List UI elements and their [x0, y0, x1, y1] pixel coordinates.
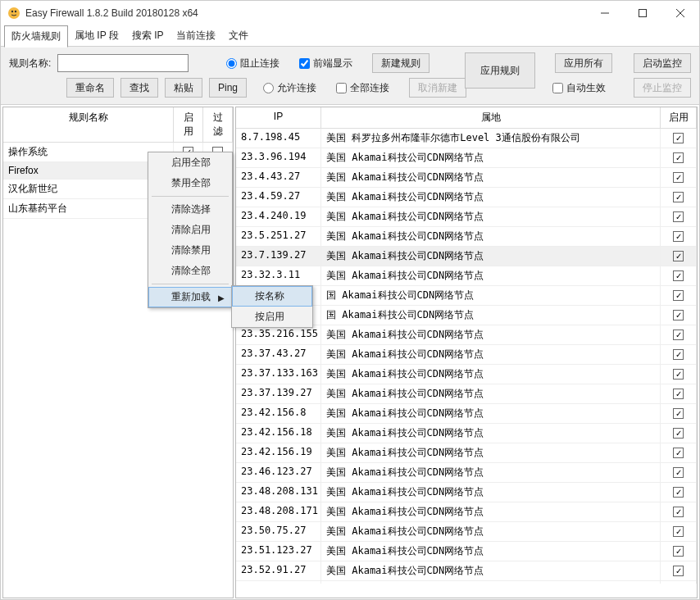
ip-cell: 23.48.208.171 — [236, 502, 321, 521]
context-menu-item[interactable]: 清除禁用 — [148, 240, 232, 261]
enable-checkbox: ✓ — [673, 487, 684, 498]
menu-item[interactable]: 属地 IP 段 — [68, 25, 125, 46]
context-menu-item[interactable]: 启用全部 — [148, 152, 232, 173]
col-rule-name[interactable]: 规则名称 — [3, 107, 174, 142]
menu-item[interactable]: 防火墙规则 — [4, 25, 68, 48]
foreground-check[interactable]: 前端显示 — [299, 57, 352, 70]
location-cell: 美国 Akamai科技公司CDN网络节点 — [321, 404, 661, 423]
location-cell: 美国 科罗拉多州布隆菲尔德市Level 3通信股份有限公司 — [321, 129, 661, 148]
menu-item[interactable]: 搜索 IP — [125, 25, 170, 46]
new-rule-button[interactable]: 新建规则 — [372, 53, 430, 73]
enable-checkbox: ✓ — [673, 133, 684, 143]
find-button[interactable]: 查找 — [120, 78, 158, 98]
context-submenu-item[interactable]: 按名称 — [232, 286, 312, 307]
ip-row[interactable]: 23.50.75.27 美国 Akamai科技公司CDN网络节点 ✓ — [236, 522, 697, 542]
location-cell: 美国 Akamai科技公司CDN网络节点 — [321, 561, 661, 580]
location-cell: 美国 Akamai科技公司CDN网络节点 — [321, 365, 661, 384]
ip-row[interactable]: 23.42.156.8 美国 Akamai科技公司CDN网络节点 ✓ — [236, 404, 697, 424]
ip-row[interactable]: 23.42.156.18 美国 Akamai科技公司CDN网络节点 ✓ — [236, 424, 697, 443]
svg-point-1 — [11, 11, 13, 12]
window-title: Easy Firewall 1.8.2 Build 20180128 x64 — [25, 7, 586, 19]
ip-row[interactable]: 23.32.3.11 美国 Akamai科技公司CDN网络节点 ✓ — [236, 266, 697, 286]
ip-row[interactable]: 23.48.208.171 美国 Akamai科技公司CDN网络节点 ✓ — [236, 502, 697, 522]
menu-item[interactable]: 当前连接 — [170, 25, 222, 46]
enable-checkbox: ✓ — [673, 192, 684, 202]
ip-cell: 23.42.156.8 — [236, 404, 321, 423]
ip-row[interactable]: 23.5.251.27 美国 Akamai科技公司CDN网络节点 ✓ — [236, 227, 697, 247]
col-ip[interactable]: IP — [236, 107, 321, 128]
location-cell: 美国 Akamai科技公司CDN网络节点 — [321, 522, 661, 541]
close-button[interactable] — [661, 1, 699, 25]
ip-cell: 23.3.96.194 — [236, 148, 321, 167]
context-menu-item[interactable]: 重新加载▶按名称按启用 — [148, 287, 232, 307]
autoeffect-check[interactable]: 自动生效 — [552, 81, 606, 95]
enable-checkbox: ✓ — [673, 172, 684, 183]
context-submenu[interactable]: 按名称按启用 — [231, 285, 313, 328]
ip-row[interactable]: 23.35.216.155 美国 Akamai科技公司CDN网络节点 ✓ — [236, 325, 697, 345]
ip-row[interactable]: 23.42.156.19 美国 Akamai科技公司CDN网络节点 ✓ — [236, 443, 697, 463]
context-menu-item[interactable]: 清除启用 — [148, 220, 232, 240]
paste-button[interactable]: 粘贴 — [165, 78, 202, 98]
enable-checkbox: ✓ — [673, 526, 684, 537]
allconn-check[interactable]: 全部连接 — [336, 81, 389, 95]
toolbar: 规则名称: 阻止连接 前端显示 新建规则 应用规则 应用所有 启动监控 重命名 … — [1, 47, 699, 105]
block-radio[interactable]: 阻止连接 — [226, 57, 280, 70]
start-monitor-button[interactable]: 启动监控 — [634, 53, 691, 73]
ip-cell: 23.37.139.27 — [236, 384, 321, 403]
enable-checkbox: ✓ — [673, 566, 684, 576]
ip-row[interactable]: 23.3.96.194 美国 Akamai科技公司CDN网络节点 ✓ — [236, 148, 697, 168]
ping-button[interactable]: Ping — [209, 78, 247, 98]
col-location[interactable]: 属地 — [321, 107, 661, 128]
ip-row[interactable]: 23.4.240.19 美国 Akamai科技公司CDN网络节点 ✓ — [236, 207, 697, 227]
menubar: 防火墙规则属地 IP 段搜索 IP当前连接文件 — [1, 25, 699, 47]
location-cell: 国 Akamai科技公司CDN网络节点 — [321, 286, 661, 305]
apply-rule-button[interactable]: 应用规则 — [465, 52, 535, 89]
ip-cell: 23.42.156.19 — [236, 443, 321, 462]
ip-cell: 23.46.123.27 — [236, 463, 321, 482]
enable-checkbox: ✓ — [673, 330, 684, 340]
ip-row[interactable]: 23.37.133.163 美国 Akamai科技公司CDN网络节点 ✓ — [236, 365, 697, 384]
ip-row[interactable]: 23.46.123.27 美国 Akamai科技公司CDN网络节点 ✓ — [236, 463, 697, 483]
location-cell: 美国 Akamai科技公司CDN网络节点 — [321, 188, 661, 207]
ip-row[interactable]: 23.51.123.27 美国 Akamai科技公司CDN网络节点 ✓ — [236, 542, 697, 561]
svg-rect-4 — [639, 10, 647, 17]
location-cell: 美国 Akamai科技公司CDN网络节点 — [321, 227, 661, 246]
ip-row[interactable]: 23.4.43.27 美国 Akamai科技公司CDN网络节点 ✓ — [236, 168, 697, 188]
maximize-button[interactable] — [624, 1, 661, 25]
col-enable-ip[interactable]: 启用 — [661, 107, 697, 128]
ip-row[interactable]: 23.37.43.27 美国 Akamai科技公司CDN网络节点 ✓ — [236, 345, 697, 365]
context-menu-item[interactable]: 清除全部 — [148, 261, 232, 281]
ip-cell: 23.4.240.19 — [236, 207, 321, 226]
ip-row[interactable]: 23.4.59.27 美国 Akamai科技公司CDN网络节点 ✓ — [236, 188, 697, 207]
menu-item[interactable]: 文件 — [222, 25, 255, 46]
ip-row[interactable]: 23.52.91.27 美国 Akamai科技公司CDN网络节点 ✓ — [236, 561, 697, 581]
enable-checkbox: ✓ — [673, 408, 684, 419]
enable-checkbox: ✓ — [673, 290, 684, 301]
enable-checkbox: ✓ — [673, 310, 684, 320]
enable-checkbox: ✓ — [673, 448, 684, 458]
ip-row[interactable]: 23.7.139.27 美国 Akamai科技公司CDN网络节点 ✓ — [236, 247, 697, 266]
apply-all-button[interactable]: 应用所有 — [555, 53, 612, 73]
rename-button[interactable]: 重命名 — [66, 78, 114, 98]
menu-separator — [152, 196, 229, 197]
context-menu[interactable]: 启用全部禁用全部清除选择清除启用清除禁用清除全部重新加载▶按名称按启用 — [148, 152, 233, 308]
col-filter[interactable]: 过滤 — [203, 107, 233, 142]
allow-radio[interactable]: 允许连接 — [263, 81, 316, 95]
enable-checkbox: ✓ — [673, 369, 684, 380]
location-cell: 美国 Akamai科技公司CDN网络节点 — [321, 266, 661, 285]
context-menu-item[interactable]: 清除选择 — [148, 199, 232, 220]
ip-cell: 23.37.133.163 — [236, 365, 321, 384]
context-menu-item[interactable]: 禁用全部 — [148, 173, 232, 193]
minimize-button[interactable] — [586, 1, 624, 25]
col-enable[interactable]: 启用 — [174, 107, 203, 142]
ip-row[interactable]: 8.7.198.45 美国 科罗拉多州布隆菲尔德市Level 3通信股份有限公司… — [236, 129, 697, 148]
ip-list-pane: IP 属地 启用 8.7.198.45 美国 科罗拉多州布隆菲尔德市Level … — [235, 107, 698, 598]
ip-cell: 23.50.75.27 — [236, 522, 321, 541]
ip-row[interactable]: 23.55.56.141 美国 Akamai科技公司CDN网络节点 ✓ — [236, 581, 697, 584]
ip-list-body[interactable]: 8.7.198.45 美国 科罗拉多州布隆菲尔德市Level 3通信股份有限公司… — [236, 129, 697, 584]
ip-row[interactable]: 23.48.208.131 美国 Akamai科技公司CDN网络节点 ✓ — [236, 483, 697, 502]
context-submenu-item[interactable]: 按启用 — [232, 307, 312, 327]
ip-row[interactable]: 23.37.139.27 美国 Akamai科技公司CDN网络节点 ✓ — [236, 384, 697, 404]
rule-name-input[interactable] — [57, 54, 189, 72]
ip-cell: 23.4.43.27 — [236, 168, 321, 187]
